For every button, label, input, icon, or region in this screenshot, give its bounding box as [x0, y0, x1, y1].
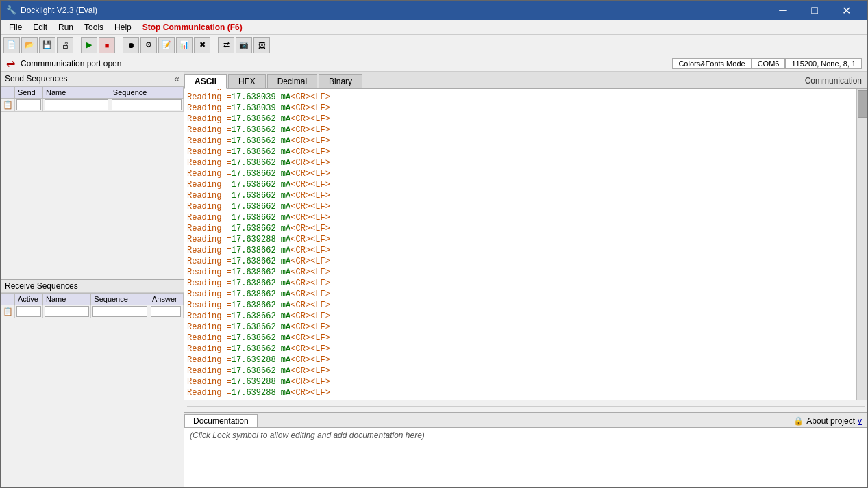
log-line: Reading = 17.639288 mA<CR><LF> [187, 376, 854, 387]
menu-edit[interactable]: Edit [27, 21, 53, 34]
log-tag: <CR><LF> [290, 267, 330, 278]
tab-decimal[interactable]: Decimal [267, 74, 317, 88]
log-value: 17.638662 mA [232, 179, 290, 190]
toolbar-stop-button[interactable]: ■ [99, 37, 115, 53]
log-label: Reading = [187, 223, 232, 234]
doc-content: (Click Lock symbol to allow editing and … [184, 428, 867, 487]
connection-icon: ⇌ [6, 57, 15, 70]
log-tag: <CR><LF> [290, 136, 330, 146]
log-line: Reading = 17.638662 mA<CR><LF> [187, 300, 854, 311]
receive-sequences-title: Receive Sequences [5, 281, 78, 291]
send-input-row: 📋 [1, 99, 184, 112]
recv-answer-cell [149, 305, 184, 318]
send-sequence-cell [110, 99, 183, 112]
send-sequences-collapse-button[interactable]: « [174, 73, 179, 84]
menu-tools[interactable]: Tools [79, 21, 109, 34]
tab-binary[interactable]: Binary [319, 74, 362, 88]
log-line: Reading = 17.638662 mA<CR><LF> [187, 201, 854, 212]
send-col-sequence: Sequence [110, 87, 183, 99]
toolbar-extra3-button[interactable]: 🖼 [253, 37, 270, 53]
doc-tab-documentation[interactable]: Documentation [184, 414, 258, 427]
recv-name-input[interactable] [45, 306, 89, 317]
log-scrollbar[interactable] [856, 89, 867, 400]
stop-communication-button[interactable]: Stop Communication (F6) [137, 21, 248, 34]
receive-sequences-header: Receive Sequences [1, 280, 184, 293]
send-col-name: Name [43, 87, 110, 99]
recv-sequence-input[interactable] [92, 306, 147, 317]
log-scrollbar-thumb[interactable] [858, 90, 867, 118]
doc-about-project[interactable]: 🔒 About project v [788, 415, 867, 427]
tab-hex[interactable]: HEX [228, 74, 266, 88]
toolbar-record-button[interactable]: ⏺ [123, 37, 139, 53]
doc-panel: Documentation 🔒 About project v (Click L… [184, 412, 867, 487]
comm-log[interactable]: Reading = 17.638039 mA<CR><LF>Reading = … [184, 89, 856, 400]
log-line: Reading = 17.638662 mA<CR><LF> [187, 190, 854, 201]
recv-col-sequence: Sequence [91, 294, 149, 305]
toolbar-open-button[interactable]: 📂 [21, 37, 38, 53]
log-tag: <CR><LF> [290, 289, 330, 300]
menu-file[interactable]: File [3, 21, 27, 34]
send-row-icon: 📋 [3, 100, 13, 110]
toolbar-extra1-button[interactable]: ⇄ [218, 37, 234, 53]
log-label: Reading = [187, 92, 232, 103]
log-value: 17.638662 mA [232, 223, 290, 234]
log-value: 17.638662 mA [232, 278, 290, 289]
menu-help[interactable]: Help [109, 21, 137, 34]
toolbar-script-button[interactable]: 📝 [158, 37, 175, 53]
log-tag: <CR><LF> [290, 387, 330, 398]
send-sequence-input[interactable] [112, 99, 182, 110]
menu-run[interactable]: Run [53, 21, 79, 34]
close-button[interactable]: ✕ [830, 1, 862, 20]
maximize-button[interactable]: □ [799, 1, 830, 20]
com-port: COM6 [752, 58, 786, 69]
recv-name-cell [43, 305, 91, 318]
log-line: Reading = 17.638662 mA<CR><LF> [187, 157, 854, 168]
log-line: Reading = 17.638662 mA<CR><LF> [187, 114, 854, 125]
log-tag: <CR><LF> [290, 190, 330, 201]
log-line: Reading = 17.639288 mA<CR><LF> [187, 234, 854, 245]
toolbar-clear-button[interactable]: ✖ [194, 37, 210, 53]
send-name-input[interactable] [45, 99, 108, 110]
statusbar: ⇌ Commmunication port open Colors&Fonts … [1, 55, 867, 72]
send-send-input[interactable] [16, 99, 41, 110]
log-value: 17.638662 mA [232, 201, 290, 212]
toolbar-print-button[interactable]: 🖨 [57, 37, 73, 53]
log-label: Reading = [187, 190, 232, 201]
minimize-button[interactable]: ─ [767, 1, 799, 20]
toolbar-monitor-button[interactable]: 📊 [176, 37, 193, 53]
send-sequences-header: Send Sequences « [1, 72, 184, 86]
log-line: Reading = 17.638662 mA<CR><LF> [187, 245, 854, 256]
log-value: 17.638662 mA [232, 114, 290, 125]
log-line: Reading = 17.638662 mA<CR><LF> [187, 278, 854, 289]
toolbar-run-button[interactable]: ▶ [81, 37, 97, 53]
log-label: Reading = [187, 146, 232, 157]
menubar: File Edit Run Tools Help Stop Communicat… [1, 20, 867, 35]
toolbar-extra2-button[interactable]: 📷 [236, 37, 252, 53]
log-value: 17.638662 mA [232, 256, 290, 267]
log-value: 17.638662 mA [232, 190, 290, 201]
log-value: 17.638662 mA [232, 168, 290, 179]
recv-answer-input[interactable] [151, 306, 181, 317]
log-label: Reading = [187, 311, 232, 322]
log-line: Reading = 17.639288 mA<CR><LF> [187, 387, 854, 398]
tabs-bar: ASCII HEX Decimal Binary Communication [184, 72, 867, 89]
log-line: Reading = 17.638662 mA<CR><LF> [187, 365, 854, 376]
log-tag: <CR><LF> [290, 365, 330, 376]
toolbar-options-button[interactable]: ⚙ [140, 37, 157, 53]
recv-active-input[interactable] [16, 306, 41, 317]
log-tag: <CR><LF> [290, 179, 330, 190]
log-label: Reading = [187, 103, 232, 114]
tab-ascii[interactable]: ASCII [184, 74, 227, 89]
toolbar-save-button[interactable]: 💾 [39, 37, 55, 53]
log-label: Reading = [187, 179, 232, 190]
cursor-indicator [187, 406, 865, 407]
log-label: Reading = [187, 201, 232, 212]
toolbar-new-button[interactable]: 📄 [3, 37, 20, 53]
send-name-cell [43, 99, 110, 112]
toolbar-separator-1 [77, 38, 77, 52]
receive-sequences-panel: Receive Sequences Active Name Sequence A… [1, 280, 184, 487]
log-label: Reading = [187, 333, 232, 344]
log-label: Reading = [187, 168, 232, 179]
log-label: Reading = [187, 322, 232, 333]
titlebar: 🔧 Docklight V2.3 (Eval) ─ □ ✕ [1, 1, 867, 20]
